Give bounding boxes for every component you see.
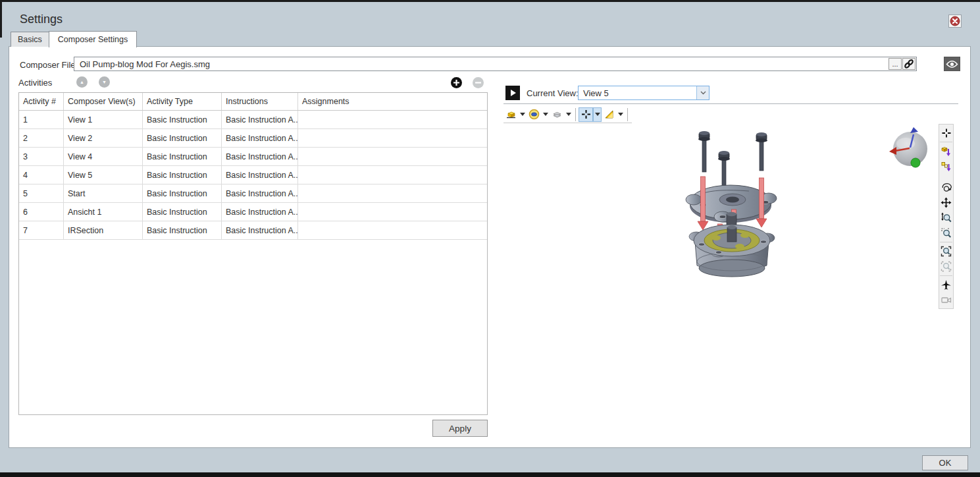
cell-type[interactable]: Basic Instruction xyxy=(143,166,222,184)
browse-button[interactable]: ... xyxy=(889,58,902,70)
chevron-down-icon xyxy=(700,91,706,95)
apply-button[interactable]: Apply xyxy=(432,420,488,437)
close-icon xyxy=(949,15,961,27)
render-mode-dropdown[interactable] xyxy=(518,107,527,122)
current-view-dropdown[interactable]: View 5 xyxy=(578,86,709,100)
column-header-activity-type[interactable]: Activity Type xyxy=(143,93,222,110)
cell-type[interactable]: Basic Instruction xyxy=(143,221,222,239)
cell-activity-num[interactable]: 3 xyxy=(19,148,64,165)
fit-view-button[interactable] xyxy=(939,244,953,258)
visibility-eye-icon xyxy=(529,109,540,120)
table-row[interactable]: 4 View 5 Basic Instruction Basic Instruc… xyxy=(19,166,487,184)
camera-icon xyxy=(941,295,952,306)
play-button[interactable] xyxy=(505,86,520,100)
cell-view[interactable]: Ansicht 1 xyxy=(64,203,143,221)
chain-link-icon xyxy=(904,59,914,69)
section-tool-button[interactable] xyxy=(602,107,616,122)
column-header-instructions[interactable]: Instructions xyxy=(222,93,298,110)
cell-instructions[interactable]: Basic Instruction A... xyxy=(222,203,298,221)
preview-eye-button[interactable] xyxy=(944,57,960,71)
move-tool-button[interactable] xyxy=(579,107,593,122)
link-button[interactable] xyxy=(902,58,916,70)
table-row[interactable]: 3 View 4 Basic Instruction Basic Instruc… xyxy=(19,148,487,166)
orbit-button[interactable] xyxy=(939,181,953,194)
cell-view[interactable]: Start xyxy=(64,184,143,202)
cell-activity-num[interactable]: 2 xyxy=(19,129,64,147)
3d-model-oil-pump[interactable] xyxy=(677,125,788,287)
remove-activity-button[interactable] xyxy=(473,77,484,88)
cell-type[interactable]: Basic Instruction xyxy=(143,148,222,165)
window-bottom-edge xyxy=(0,472,980,477)
cell-assignments[interactable] xyxy=(298,111,487,128)
cell-assignments[interactable] xyxy=(298,184,487,202)
cell-type[interactable]: Basic Instruction xyxy=(143,184,222,202)
table-row[interactable]: 7 IRSection Basic Instruction Basic Inst… xyxy=(19,221,487,240)
move-part-button[interactable] xyxy=(939,144,953,158)
cell-instructions[interactable]: Basic Instruction A... xyxy=(222,166,298,184)
navigation-sphere[interactable] xyxy=(889,126,933,171)
render-mode-button[interactable] xyxy=(503,107,518,122)
composer-file-value[interactable]: Oil Pump-blog Mod For Aegis.smg xyxy=(74,59,889,69)
arrow-down-icon: ▼ xyxy=(102,80,107,84)
table-row[interactable]: 6 Ansicht 1 Basic Instruction Basic Inst… xyxy=(19,203,487,221)
cell-activity-num[interactable]: 1 xyxy=(19,111,64,128)
cell-instructions[interactable]: Basic Instruction A... xyxy=(222,129,298,147)
cell-assignments[interactable] xyxy=(298,129,487,147)
plus-icon xyxy=(453,79,460,86)
move-activity-up-button[interactable]: ▲ xyxy=(76,76,88,88)
chevron-down-icon xyxy=(618,113,623,116)
table-row[interactable]: 1 View 1 Basic Instruction Basic Instruc… xyxy=(19,111,487,129)
tab-composer-settings[interactable]: Composer Settings xyxy=(49,31,137,47)
cell-instructions[interactable]: Basic Instruction A... xyxy=(222,111,298,128)
cell-instructions[interactable]: Basic Instruction A... xyxy=(222,221,298,239)
cell-type[interactable]: Basic Instruction xyxy=(143,203,222,221)
select-tool-button[interactable] xyxy=(939,126,953,140)
visibility-button[interactable] xyxy=(527,107,541,122)
zoom-button[interactable] xyxy=(939,211,953,225)
column-header-composer-views[interactable]: Composer View(s) xyxy=(64,93,143,110)
zoom-region-button[interactable] xyxy=(939,226,953,240)
chevron-down-icon xyxy=(595,113,600,116)
cell-activity-num[interactable]: 7 xyxy=(19,221,64,239)
cell-activity-num[interactable]: 5 xyxy=(19,184,64,202)
move-tool-dropdown[interactable] xyxy=(593,107,602,122)
cell-assignments[interactable] xyxy=(298,203,487,221)
tab-basics[interactable]: Basics xyxy=(11,32,49,47)
dropdown-arrow-button[interactable] xyxy=(696,86,709,99)
column-header-activity[interactable]: Activity # xyxy=(19,93,64,110)
table-row[interactable]: 5 Start Basic Instruction Basic Instruct… xyxy=(19,184,487,203)
composer-file-field[interactable]: Oil Pump-blog Mod For Aegis.smg ... xyxy=(74,57,917,71)
cell-type[interactable]: Basic Instruction xyxy=(143,129,222,147)
table-row[interactable]: 2 View 2 Basic Instruction Basic Instruc… xyxy=(19,129,487,148)
close-button[interactable] xyxy=(948,14,962,28)
section-tool-dropdown[interactable] xyxy=(616,107,625,122)
cell-view[interactable]: View 1 xyxy=(64,111,143,128)
orbit-icon xyxy=(941,182,952,193)
visibility-dropdown[interactable] xyxy=(541,107,550,122)
fly-through-button[interactable] xyxy=(939,278,953,292)
move-activity-down-button[interactable]: ▼ xyxy=(99,76,110,88)
ok-button[interactable]: OK xyxy=(922,455,968,470)
cell-view[interactable]: IRSection xyxy=(64,221,143,239)
axis-y-ball xyxy=(911,158,920,167)
cell-activity-num[interactable]: 6 xyxy=(19,203,64,221)
strip-separator xyxy=(940,142,952,142)
cell-assignments[interactable] xyxy=(298,148,487,165)
cell-type[interactable]: Basic Instruction xyxy=(143,111,222,128)
pan-button[interactable] xyxy=(939,196,953,210)
layers-button[interactable] xyxy=(550,107,564,122)
layers-dropdown[interactable] xyxy=(564,107,573,122)
cell-assignments[interactable] xyxy=(298,166,487,184)
cell-view[interactable]: View 5 xyxy=(64,166,143,184)
cell-view[interactable]: View 2 xyxy=(64,129,143,147)
cell-instructions[interactable]: Basic Instruction A... xyxy=(222,148,298,165)
add-activity-button[interactable] xyxy=(451,77,462,88)
arrow-up-icon: ▲ xyxy=(80,80,84,84)
cell-view[interactable]: View 4 xyxy=(64,148,143,165)
zoom-region-icon xyxy=(941,227,952,238)
cell-instructions[interactable]: Basic Instruction A... xyxy=(222,184,298,202)
column-header-assignments[interactable]: Assignments xyxy=(298,93,487,110)
move-multi-button[interactable] xyxy=(939,159,953,173)
cell-activity-num[interactable]: 4 xyxy=(19,166,64,184)
cell-assignments[interactable] xyxy=(298,221,487,239)
